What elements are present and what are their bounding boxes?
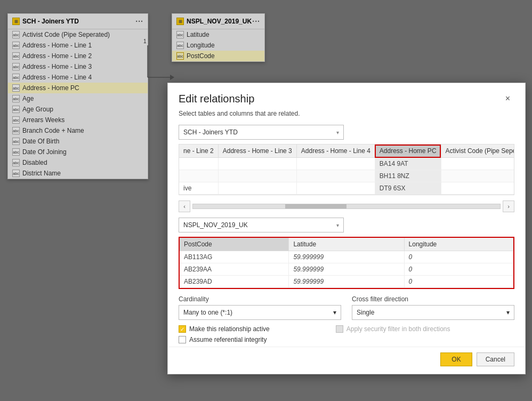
table1-scroll-thumb bbox=[285, 204, 346, 208]
table-row: AB239AA 59.999999 0 bbox=[180, 263, 513, 276]
table1-col-line3: Address - Home - Line 3 bbox=[218, 145, 296, 158]
checkbox-active-label: Make this relationship active bbox=[189, 325, 270, 333]
table1-scroll-nav: ‹ › bbox=[179, 200, 514, 212]
cardinality-group: Cardinality Many to one (*:1) ▾ bbox=[179, 295, 341, 320]
modal-subtitle: Select tables and columns that are relat… bbox=[168, 110, 525, 125]
checkbox-referential[interactable]: Assume referential integrity bbox=[179, 336, 267, 343]
cell-line2-2 bbox=[179, 170, 218, 182]
table-row: BH11 8NZ bbox=[179, 170, 514, 182]
cell-line4-1 bbox=[296, 158, 375, 170]
table2-dropdown-value: NSPL_NOV_2019_UK bbox=[183, 221, 248, 229]
table1-col-line4: Address - Home - Line 4 bbox=[296, 145, 375, 158]
table1-col-activist: Activist Code (Pipe Seperated) bbox=[441, 145, 514, 158]
table1-col-line2: ne - Line 2 bbox=[179, 145, 218, 158]
crossfilter-dropdown[interactable]: Single ▾ bbox=[352, 305, 514, 320]
cell-postcode-3: AB239AD bbox=[180, 276, 289, 288]
crossfilter-arrow: ▾ bbox=[506, 309, 510, 316]
cell-postcode-1: AB113AG bbox=[180, 251, 289, 263]
cell-line3-2 bbox=[218, 170, 296, 182]
table1-scroll-left[interactable]: ‹ bbox=[179, 200, 190, 212]
table2: PostCode Latitude Longitude AB113AG 59.9… bbox=[180, 238, 513, 288]
table1: ne - Line 2 Address - Home - Line 3 Addr… bbox=[179, 145, 514, 195]
cell-homepc-1: BA14 9AT bbox=[375, 158, 441, 170]
crossfilter-group: Cross filter direction Single ▾ bbox=[352, 295, 514, 320]
table1-scroll-right[interactable]: › bbox=[503, 200, 514, 212]
cardinality-dropdown[interactable]: Many to one (*:1) ▾ bbox=[179, 305, 341, 320]
table2-dropdown-arrow: ▾ bbox=[336, 222, 339, 228]
cell-line3-3 bbox=[218, 182, 296, 195]
cell-activist-1 bbox=[441, 158, 514, 170]
modal-body: SCH - Joiners YTD ▾ ne - Line 2 Address … bbox=[168, 125, 525, 343]
cell-activist-2 bbox=[441, 170, 514, 182]
cell-homepc-2: BH11 8NZ bbox=[375, 170, 441, 182]
crossfilter-label: Cross filter direction bbox=[352, 295, 514, 303]
cell-longitude-2: 0 bbox=[404, 263, 513, 276]
table1-dropdown[interactable]: SCH - Joiners YTD ▾ bbox=[179, 125, 344, 140]
cell-line4-3 bbox=[296, 182, 375, 195]
cardinality-arrow: ▾ bbox=[333, 309, 336, 316]
cardinality-value: Many to one (*:1) bbox=[183, 309, 232, 316]
table1-header-row: ne - Line 2 Address - Home - Line 3 Addr… bbox=[179, 145, 514, 158]
table2-col-longitude: Longitude bbox=[404, 238, 513, 251]
checkbox-referential-label: Assume referential integrity bbox=[189, 336, 267, 343]
cell-homepc-3: DT9 6SX bbox=[375, 182, 441, 195]
cell-activist-3 bbox=[441, 182, 514, 195]
checkbox-active[interactable]: Make this relationship active bbox=[179, 325, 270, 333]
cell-line2-3: ive bbox=[179, 182, 218, 195]
table1-data-container: ne - Line 2 Address - Home - Line 3 Addr… bbox=[179, 144, 514, 195]
modal-title: Edit relationship bbox=[179, 93, 254, 105]
edit-relationship-modal: Edit relationship × Select tables and co… bbox=[167, 83, 526, 374]
table2-data-container: PostCode Latitude Longitude AB113AG 59.9… bbox=[179, 237, 514, 289]
checkbox-row-1: Make this relationship active Apply secu… bbox=[179, 325, 514, 333]
cell-longitude-3: 0 bbox=[404, 276, 513, 288]
cell-latitude-1: 59.999999 bbox=[289, 251, 404, 263]
cell-latitude-2: 59.999999 bbox=[289, 263, 404, 276]
table1-dropdown-value: SCH - Joiners YTD bbox=[183, 129, 238, 136]
checkbox-security-box bbox=[336, 325, 343, 333]
cell-latitude-3: 59.999999 bbox=[289, 276, 404, 288]
cell-longitude-1: 0 bbox=[404, 251, 513, 263]
table-row: AB113AG 59.999999 0 bbox=[180, 251, 513, 263]
crossfilter-value: Single bbox=[357, 309, 374, 316]
modal-header: Edit relationship × bbox=[168, 83, 525, 110]
options-row: Cardinality Many to one (*:1) ▾ Cross fi… bbox=[179, 295, 514, 320]
cell-line2-1 bbox=[179, 158, 218, 170]
table1-dropdown-row: SCH - Joiners YTD ▾ bbox=[179, 125, 514, 140]
checkbox-referential-box[interactable] bbox=[179, 336, 186, 343]
table2-col-latitude: Latitude bbox=[289, 238, 404, 251]
table-row: BA14 9AT bbox=[179, 158, 514, 170]
cell-line4-2 bbox=[296, 170, 375, 182]
table1-container: ne - Line 2 Address - Home - Line 3 Addr… bbox=[179, 144, 514, 212]
ok-button[interactable]: OK bbox=[440, 352, 472, 366]
table2-dropdown[interactable]: NSPL_NOV_2019_UK ▾ bbox=[179, 218, 344, 232]
checkbox-row-2: Assume referential integrity bbox=[179, 336, 514, 343]
table1-scroll-track[interactable] bbox=[192, 204, 501, 209]
cell-line3-1 bbox=[218, 158, 296, 170]
cancel-button[interactable]: Cancel bbox=[477, 352, 514, 366]
table2-col-postcode[interactable]: PostCode bbox=[180, 238, 289, 251]
modal-footer: OK Cancel bbox=[168, 347, 525, 374]
table1-col-homepc[interactable]: Address - Home PC bbox=[375, 145, 441, 158]
table1-dropdown-arrow: ▾ bbox=[336, 130, 339, 135]
table-row: ive DT9 6SX bbox=[179, 182, 514, 195]
cell-postcode-2: AB239AA bbox=[180, 263, 289, 276]
checkbox-active-box[interactable] bbox=[179, 325, 186, 333]
checkbox-security-label: Apply security filter in both directions bbox=[346, 325, 450, 333]
table-row: AB239AD 59.999999 0 bbox=[180, 276, 513, 288]
table2-dropdown-row: NSPL_NOV_2019_UK ▾ bbox=[179, 218, 514, 232]
cardinality-label: Cardinality bbox=[179, 295, 341, 303]
table2-header-row: PostCode Latitude Longitude bbox=[180, 238, 513, 251]
checkbox-security: Apply security filter in both directions bbox=[336, 325, 450, 333]
modal-close-button[interactable]: × bbox=[501, 92, 514, 106]
